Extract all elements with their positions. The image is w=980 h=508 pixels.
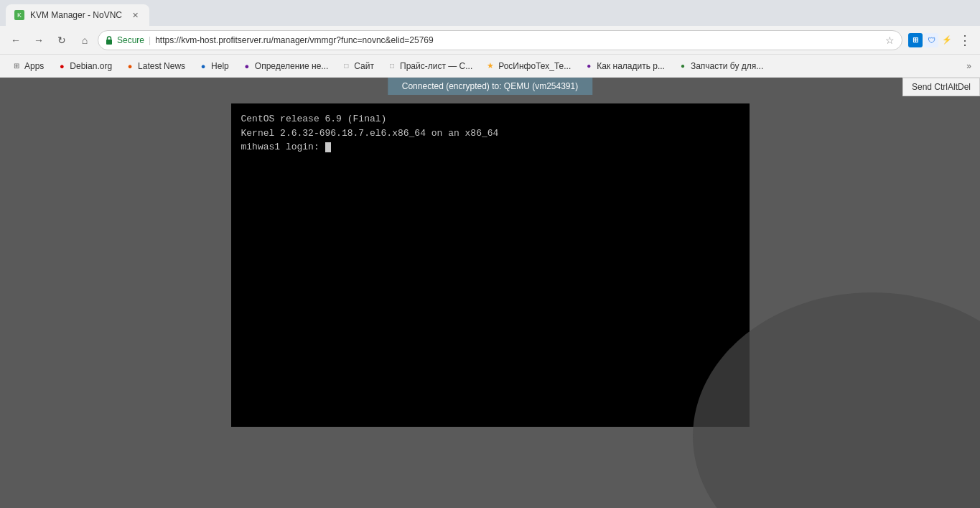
bookmark-site[interactable]: □ Сайт (335, 58, 380, 74)
connection-status-text: Connected (encrypted) to: QEMU (vm254391… (402, 81, 578, 91)
bookmark-apps[interactable]: ⊞ Apps (6, 58, 50, 74)
shield-extension-icon[interactable]: 🛡 (924, 33, 938, 47)
bookmark-define[interactable]: ● Определение не... (236, 58, 335, 74)
terminal-cursor (325, 142, 331, 152)
bookmark-price-label: Прайс-лист — С... (400, 61, 472, 71)
bookmark-parts[interactable]: ● Запчасти бу для... (672, 58, 769, 74)
navigation-bar: ← → ↻ ⌂ Secure | https://kvm-host.profit… (0, 26, 980, 55)
tab-close-button[interactable]: ✕ (129, 9, 141, 21)
lightning-extension-icon[interactable]: ⚡ (940, 33, 954, 47)
bookmark-how-label: Как наладить р... (597, 61, 665, 71)
tab-title: KVM Manager - NoVNC (30, 10, 122, 20)
terminal-display[interactable]: CentOS release 6.9 (Final) Kernel 2.6.32… (231, 103, 750, 427)
terminal-line-1: CentOS release 6.9 (Final) (241, 112, 739, 126)
send-ctrl-alt-del-button[interactable]: Send CtrlAltDel (902, 78, 980, 96)
how-icon: ● (584, 61, 594, 71)
home-button[interactable]: ⌂ (75, 30, 95, 50)
rosin-icon: ★ (485, 61, 495, 71)
browser-frame: K KVM Manager - NoVNC ✕ ← → ↻ ⌂ Secure |… (0, 0, 980, 508)
terminal-content: CentOS release 6.9 (Final) Kernel 2.6.32… (231, 103, 750, 163)
bookmark-news[interactable]: ● Latest News (119, 58, 191, 74)
bookmark-parts-label: Запчасти бу для... (691, 61, 763, 71)
nav-right-icons: ⊞ 🛡 ⚡ ⋮ (908, 32, 974, 48)
bookmark-help-label: Help (211, 61, 229, 71)
bookmark-star-icon[interactable]: ☆ (885, 34, 895, 46)
bookmark-help[interactable]: ● Help (192, 58, 235, 74)
bookmark-apps-label: Apps (24, 61, 44, 71)
bookmark-rosin-label: РосИнфоТех_Те... (498, 61, 571, 71)
bookmark-price[interactable]: □ Прайс-лист — С... (381, 58, 478, 74)
terminal-line-4: mihwas1 login: (241, 140, 739, 154)
address-separator: | (149, 35, 151, 45)
apps-icon: ⊞ (11, 61, 22, 71)
reload-button[interactable]: ↻ (52, 30, 72, 50)
bookmark-debian[interactable]: ● Debian.org (51, 58, 118, 74)
address-bar[interactable]: Secure | https://kvm-host.profitserver.r… (98, 30, 902, 50)
bookmark-news-label: Latest News (138, 61, 185, 71)
more-options-button[interactable]: ⋮ (956, 32, 974, 48)
forward-button[interactable]: → (29, 30, 49, 50)
parts-icon: ● (678, 61, 688, 71)
terminal-line-2: Kernel 2.6.32-696.18.7.el6.x86_64 on an … (241, 126, 739, 141)
active-tab[interactable]: K KVM Manager - NoVNC ✕ (6, 4, 149, 26)
news-icon: ● (125, 61, 135, 71)
help-icon: ● (198, 61, 208, 71)
price-icon: □ (387, 61, 397, 71)
bookmark-rosin[interactable]: ★ РосИнфоТех_Те... (480, 58, 577, 74)
tab-bar: K KVM Manager - NoVNC ✕ (0, 0, 980, 26)
microsoft-extension-icon[interactable]: ⊞ (908, 33, 923, 47)
bookmarks-more-button[interactable]: » (963, 58, 974, 74)
bookmark-site-label: Сайт (354, 61, 374, 71)
tab-favicon: K (14, 10, 24, 20)
back-button[interactable]: ← (6, 30, 26, 50)
connection-status-bar: Connected (encrypted) to: QEMU (vm254391… (388, 78, 592, 95)
debian-icon: ● (57, 61, 67, 71)
site-icon: □ (341, 61, 351, 71)
bookmark-how[interactable]: ● Как наладить р... (578, 58, 671, 74)
bookmark-debian-label: Debian.org (70, 61, 112, 71)
secure-text: Secure (117, 35, 144, 45)
define-icon: ● (242, 61, 252, 71)
address-url: https://kvm-host.profitserver.ru/manager… (155, 35, 881, 45)
bookmark-define-label: Определение не... (255, 61, 329, 71)
page-content: Connected (encrypted) to: QEMU (vm254391… (0, 78, 980, 508)
svg-rect-0 (106, 40, 112, 45)
secure-icon (106, 36, 113, 45)
bookmarks-bar: ⊞ Apps ● Debian.org ● Latest News ● Help… (0, 55, 980, 78)
